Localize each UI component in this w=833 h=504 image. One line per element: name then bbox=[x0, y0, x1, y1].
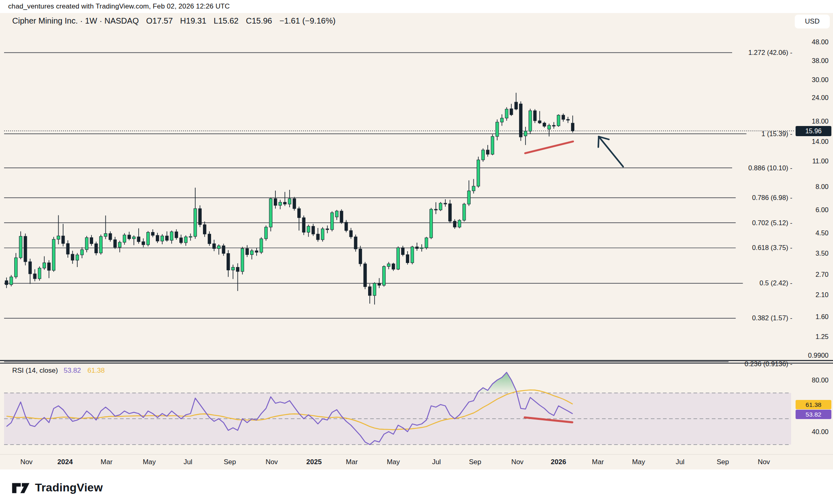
candle-down bbox=[298, 209, 301, 217]
rsi-ma-badge: 61.38 bbox=[796, 400, 831, 409]
candle-down bbox=[449, 204, 451, 221]
candle-down bbox=[109, 234, 112, 240]
candle-down bbox=[340, 211, 343, 222]
candle-down bbox=[222, 246, 225, 254]
candle-up bbox=[439, 203, 442, 210]
fib-label-0.5: 0.5 (2.42) - bbox=[759, 279, 792, 287]
ohlc-high: H19.31 bbox=[180, 16, 207, 25]
candle-down bbox=[255, 251, 258, 252]
candle-up bbox=[15, 258, 17, 277]
candle-down bbox=[510, 109, 513, 115]
candle-down bbox=[283, 202, 286, 204]
price-axis-label: 4.50 bbox=[816, 229, 829, 237]
candle-down bbox=[571, 123, 574, 131]
candle-up bbox=[118, 242, 121, 247]
candle-down bbox=[515, 102, 517, 109]
candle-down bbox=[236, 267, 239, 272]
candle-up bbox=[10, 277, 13, 285]
candle-down bbox=[62, 236, 65, 243]
candle-down bbox=[246, 248, 249, 254]
ohlc-open: O17.57 bbox=[146, 16, 173, 25]
candle-down bbox=[175, 232, 178, 238]
candle-down bbox=[137, 237, 140, 242]
candle-up bbox=[397, 248, 399, 269]
rsi-value: 53.82 bbox=[63, 367, 81, 374]
candle-down bbox=[562, 115, 565, 119]
candle-down bbox=[151, 232, 154, 235]
candle-up bbox=[425, 238, 428, 248]
price-axis-label: 24.00 bbox=[812, 94, 829, 101]
candle-up bbox=[373, 283, 376, 295]
candle-up bbox=[491, 137, 494, 154]
candle-up bbox=[194, 209, 196, 237]
time-axis-label-Nov: Nov bbox=[758, 458, 770, 466]
time-axis-label-May: May bbox=[387, 458, 400, 466]
price-axis-label: 1.60 bbox=[816, 313, 829, 320]
time-axis-label-Nov: Nov bbox=[20, 458, 33, 466]
price-axis-label: 30.00 bbox=[812, 76, 829, 83]
price-axis-label: 48.00 bbox=[812, 38, 829, 46]
candle-down bbox=[406, 254, 409, 263]
rsi-axis-label: 40.00 bbox=[812, 428, 829, 435]
candle-down bbox=[71, 254, 74, 260]
candle-up bbox=[467, 191, 470, 204]
time-axis-label-Jul: Jul bbox=[183, 458, 192, 466]
candle-up bbox=[146, 232, 149, 245]
currency-toggle-button[interactable]: USD bbox=[795, 15, 830, 28]
candle-down bbox=[66, 243, 69, 254]
arrow-head bbox=[598, 137, 599, 147]
candle-up bbox=[52, 239, 55, 270]
tradingview-logo-text[interactable]: TradingView bbox=[35, 481, 103, 494]
candle-down bbox=[5, 280, 8, 285]
candle-up bbox=[43, 263, 46, 268]
candle-up bbox=[81, 250, 83, 255]
candle-up bbox=[104, 234, 107, 237]
candle-down bbox=[24, 236, 27, 262]
candle-down bbox=[113, 240, 116, 248]
candle-down bbox=[208, 234, 211, 244]
fib-label-0.702: 0.702 (5.12) - bbox=[752, 219, 792, 226]
candle-up bbox=[279, 202, 281, 206]
fib-label-0.236: 0.236 (0.9136) - bbox=[745, 360, 792, 367]
candle-down bbox=[312, 226, 314, 234]
candle-down bbox=[543, 123, 546, 126]
tradingview-snapshot: 1.272 (42.06) -1 (15.39) -0.886 (10.10) … bbox=[0, 0, 833, 504]
candle-down bbox=[180, 238, 183, 243]
time-axis-label-2025: 2025 bbox=[306, 458, 322, 466]
rsi-title[interactable]: RSI (14, close) bbox=[12, 367, 58, 374]
time-axis-label-Mar: Mar bbox=[592, 458, 604, 466]
candle-up bbox=[189, 237, 192, 237]
candle-down bbox=[203, 225, 206, 234]
price-axis-label: 0.9900 bbox=[808, 352, 829, 359]
fib-label-0.618: 0.618 (3.75) - bbox=[752, 244, 792, 251]
tradingview-logo-icon[interactable] bbox=[11, 480, 30, 496]
candle-up bbox=[99, 237, 102, 253]
candle-up bbox=[38, 268, 41, 279]
last-price-badge: 15.96 bbox=[796, 126, 831, 136]
price-axis-label: 1.25 bbox=[816, 333, 829, 340]
rsi-legend: RSI (14, close)53.8261.38 bbox=[12, 367, 105, 375]
candle-down bbox=[486, 150, 489, 154]
candle-up bbox=[477, 160, 480, 186]
candle-up bbox=[19, 236, 22, 258]
candle-up bbox=[420, 248, 423, 248]
candle-up bbox=[264, 227, 267, 239]
candle-down bbox=[538, 121, 541, 123]
candle-down bbox=[293, 199, 296, 209]
candle-down bbox=[28, 262, 31, 274]
symbol-header: Cipher Mining Inc. · 1W · NASDAQO17.57H1… bbox=[12, 16, 336, 26]
candle-down bbox=[274, 199, 277, 206]
symbol-title[interactable]: Cipher Mining Inc. · 1W · NASDAQ bbox=[12, 16, 139, 25]
candle-up bbox=[411, 247, 414, 263]
time-axis-label-Jul: Jul bbox=[676, 458, 685, 466]
price-axis-label: 2.70 bbox=[816, 271, 829, 278]
change-value: −1.61 (−9.16%) bbox=[279, 16, 336, 25]
candle-down bbox=[378, 283, 381, 285]
time-axis-label-Sep: Sep bbox=[224, 458, 236, 466]
candle-down bbox=[392, 264, 395, 269]
candle-down bbox=[166, 236, 168, 240]
rsi-ma-value: 61.38 bbox=[87, 367, 105, 374]
chart-canvas[interactable]: 1.272 (42.06) -1 (15.39) -0.886 (10.10) … bbox=[0, 0, 833, 504]
price-axis-label: 18.00 bbox=[812, 117, 829, 125]
candle-up bbox=[321, 229, 324, 240]
